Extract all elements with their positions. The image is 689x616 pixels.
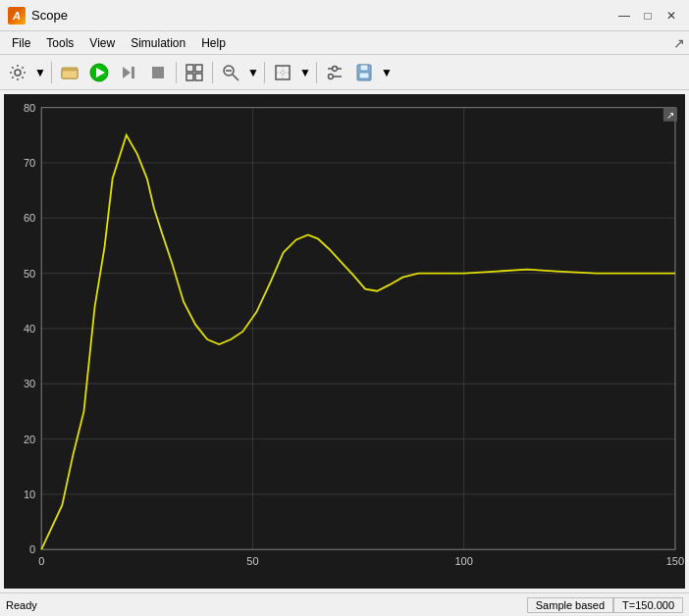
title-bar: A Scope — □ ✕ <box>0 0 689 31</box>
svg-rect-10 <box>186 74 193 80</box>
zoom-button[interactable] <box>217 59 244 86</box>
svg-rect-11 <box>195 74 202 80</box>
open-button[interactable] <box>56 59 83 86</box>
sep5 <box>316 62 317 83</box>
save-icon <box>354 63 374 82</box>
status-bar: Ready Sample based T=150.000 <box>0 592 689 616</box>
toolbar: ▼ <box>0 55 689 90</box>
settings-button[interactable] <box>4 59 31 86</box>
close-button[interactable]: ✕ <box>662 6 681 26</box>
status-sample-based: Sample based <box>527 597 613 613</box>
svg-marker-5 <box>123 67 131 78</box>
status-right: Sample based T=150.000 <box>527 597 683 613</box>
folder-icon <box>60 63 80 82</box>
ylabel-70: 70 <box>24 157 35 169</box>
axes-icon <box>273 63 292 82</box>
save-button[interactable] <box>350 59 378 86</box>
status-time: T=150.000 <box>613 597 683 613</box>
svg-rect-23 <box>360 65 368 71</box>
sep3 <box>212 62 213 83</box>
maximize-button[interactable]: □ <box>638 6 658 26</box>
status-ready: Ready <box>6 599 527 611</box>
xlabel-150: 150 <box>666 555 684 567</box>
xlabel-0: 0 <box>38 555 44 567</box>
window-controls: — □ ✕ <box>614 6 681 26</box>
menu-bar: File Tools View Simulation Help ↗ <box>0 31 689 55</box>
run-button[interactable] <box>85 59 113 86</box>
stop-icon <box>148 63 168 82</box>
app-icon: A <box>8 7 26 25</box>
xlabel-100: 100 <box>454 555 472 567</box>
xlabel-50: 50 <box>246 555 258 567</box>
svg-rect-15 <box>276 66 290 79</box>
play-icon <box>89 63 109 82</box>
svg-rect-7 <box>152 67 164 78</box>
menu-file[interactable]: File <box>4 34 38 52</box>
layout-button[interactable] <box>181 59 208 86</box>
axes-dropdown[interactable]: ▼ <box>298 59 312 86</box>
ylabel-80: 80 <box>24 102 35 114</box>
zoom-dropdown[interactable]: ▼ <box>246 59 260 86</box>
gear-icon <box>9 64 26 81</box>
svg-point-19 <box>333 66 338 71</box>
help-arrow[interactable]: ↗ <box>673 35 685 51</box>
svg-rect-8 <box>186 65 193 72</box>
svg-rect-6 <box>132 67 134 78</box>
settings-dropdown[interactable]: ▼ <box>33 59 47 86</box>
step-icon <box>119 63 138 82</box>
menu-tools[interactable]: Tools <box>38 34 81 52</box>
menu-simulation[interactable]: Simulation <box>123 34 193 52</box>
ylabel-40: 40 <box>24 323 35 334</box>
svg-point-0 <box>15 70 21 76</box>
sep2 <box>176 62 177 83</box>
menu-help[interactable]: Help <box>193 34 234 52</box>
save-dropdown[interactable]: ▼ <box>380 59 394 86</box>
sep4 <box>264 62 265 83</box>
layout-icon <box>185 63 204 82</box>
parameters-button[interactable] <box>321 59 348 86</box>
svg-rect-2 <box>62 70 78 78</box>
main-content: ↗ 80 70 60 50 40 30 20 10 0 0 50 100 150 <box>0 90 689 592</box>
ylabel-50: 50 <box>24 268 35 280</box>
svg-point-21 <box>329 74 334 78</box>
sep1 <box>51 62 52 83</box>
parameters-icon <box>325 63 344 82</box>
ylabel-10: 10 <box>24 488 35 500</box>
minimize-button[interactable]: — <box>614 6 634 26</box>
axes-button[interactable] <box>269 59 296 86</box>
stop-button[interactable] <box>144 59 172 86</box>
window-title: Scope <box>31 8 614 23</box>
svg-rect-9 <box>195 65 202 72</box>
svg-rect-24 <box>359 73 369 78</box>
expand-icon[interactable]: ↗ <box>666 110 674 121</box>
ylabel-0: 0 <box>29 543 35 555</box>
step-button[interactable] <box>115 59 142 86</box>
ylabel-20: 20 <box>24 434 35 445</box>
menu-view[interactable]: View <box>81 34 123 52</box>
ylabel-60: 60 <box>24 212 35 224</box>
scope-chart: ↗ 80 70 60 50 40 30 20 10 0 0 50 100 150 <box>4 94 685 589</box>
ylabel-30: 30 <box>24 378 35 389</box>
zoom-icon <box>221 63 240 82</box>
svg-line-13 <box>233 75 238 80</box>
